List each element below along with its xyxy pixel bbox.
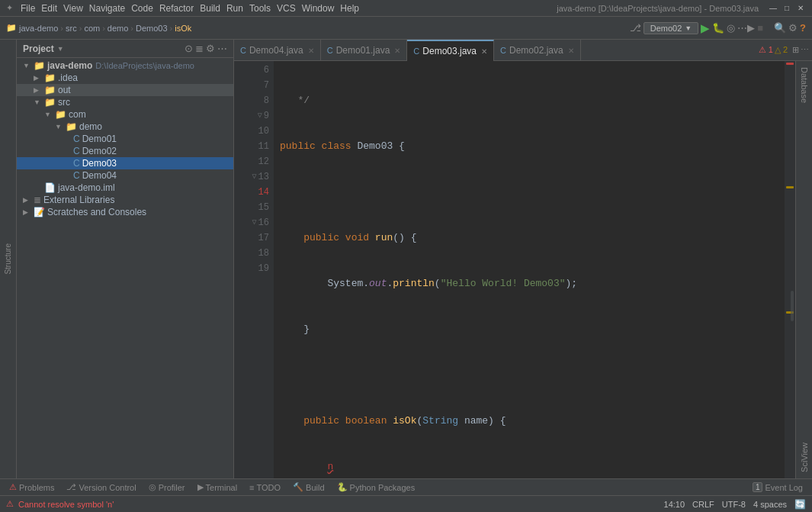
tab-demo04[interactable]: C Demo04.java ✕ bbox=[234, 40, 321, 61]
menu-file[interactable]: File bbox=[18, 3, 38, 14]
python-label: Python Packages bbox=[350, 483, 416, 492]
profiler-tab[interactable]: ◎ Profiler bbox=[143, 481, 191, 494]
todo-label: TODO bbox=[257, 483, 281, 492]
problems-icon: ⚠ bbox=[9, 482, 17, 492]
menu-vcs[interactable]: VCS bbox=[274, 3, 299, 14]
search-everywhere-button[interactable]: 🔍 bbox=[774, 22, 786, 34]
warning-count-badge[interactable]: △ 2 bbox=[775, 45, 788, 55]
menu-navigate[interactable]: Navigate bbox=[86, 3, 128, 14]
tab-demo01[interactable]: C Demo01.java ✕ bbox=[321, 40, 408, 61]
tree-item-idea[interactable]: ▶ 📁 .idea bbox=[17, 72, 233, 84]
code-editor[interactable]: */ public class Demo03 { public void run… bbox=[274, 61, 785, 478]
vcs-tab-label: Version Control bbox=[79, 483, 136, 492]
tab-demo02[interactable]: C Demo02.java ✕ bbox=[494, 40, 581, 61]
bc-com[interactable]: com bbox=[84, 24, 100, 33]
more-tabs-icon[interactable]: ⋯ bbox=[801, 45, 809, 55]
tree-item-java-demo[interactable]: ▼ 📁 java-demo D:\IdeaProjects\java-demo bbox=[17, 60, 233, 72]
demo02-tab-close[interactable]: ✕ bbox=[568, 47, 574, 55]
version-control-tab[interactable]: ⎇ Version Control bbox=[60, 481, 142, 494]
close-button[interactable]: ✕ bbox=[795, 3, 806, 14]
vcs-icon[interactable]: ⎇ bbox=[630, 22, 641, 34]
tree-item-scratches[interactable]: ▶ 📝 Scratches and Consoles bbox=[17, 206, 233, 218]
cursor-position[interactable]: 14:10 bbox=[664, 500, 685, 509]
line-num-12: 12 bbox=[258, 154, 269, 169]
menu-view[interactable]: View bbox=[60, 3, 86, 14]
demo03-tab-close[interactable]: ✕ bbox=[481, 47, 487, 56]
database-panel-label[interactable]: Database bbox=[800, 67, 809, 103]
tree-item-src[interactable]: ▼ 📁 src bbox=[17, 96, 233, 108]
src-folder-icon: 📁 bbox=[44, 97, 56, 108]
status-bar: ⚠ Cannot resolve symbol 'n' 14:10 CRLF U… bbox=[0, 495, 812, 512]
file-encoding[interactable]: UTF-8 bbox=[722, 500, 746, 509]
maximize-button[interactable]: □ bbox=[782, 3, 792, 14]
line-num-15: 15 bbox=[258, 200, 269, 215]
menu-refactor[interactable]: Refactor bbox=[156, 3, 197, 14]
stop-button[interactable]: ■ bbox=[757, 22, 763, 34]
problems-tab[interactable]: ⚠ Problems bbox=[3, 481, 60, 494]
tree-item-demo04[interactable]: C Demo04 bbox=[17, 169, 233, 182]
tree-item-iml[interactable]: 📄 java-demo.iml bbox=[17, 182, 233, 194]
run-button[interactable]: ▶ bbox=[701, 21, 710, 35]
event-log-label: Event Log bbox=[765, 483, 803, 492]
menu-help[interactable]: Help bbox=[337, 3, 362, 14]
run-config-label: Demo02 bbox=[650, 24, 682, 33]
debug-button[interactable]: 🐛 bbox=[712, 22, 724, 34]
git-sync-icon[interactable]: 🔄 bbox=[794, 499, 806, 510]
fold-icon-13[interactable]: ▽ bbox=[252, 169, 257, 185]
menu-run[interactable]: Run bbox=[223, 3, 246, 14]
project-dropdown-icon[interactable]: ▼ bbox=[57, 45, 64, 53]
tree-arrow-demo: ▼ bbox=[55, 123, 66, 130]
coverage-button[interactable]: ◎ bbox=[727, 22, 735, 34]
error-count-badge[interactable]: ⚠ 1 bbox=[759, 45, 773, 55]
fold-expand-icon[interactable]: ⊞ bbox=[792, 45, 799, 55]
locate-file-icon[interactable]: ⊙ bbox=[185, 43, 193, 54]
demo03-tab-label: Demo03.java bbox=[422, 46, 477, 56]
tree-item-out[interactable]: ▶ 📁 out bbox=[17, 84, 233, 96]
demo01-tab-label: Demo01.java bbox=[336, 45, 390, 56]
terminal-label: Terminal bbox=[206, 483, 238, 492]
fold-icon-9[interactable]: ▽ bbox=[258, 108, 262, 124]
settings-button[interactable]: ⚙ bbox=[788, 22, 798, 34]
structure-label[interactable]: Structure bbox=[4, 243, 12, 275]
more-run-button[interactable]: ⋯▶ bbox=[737, 22, 755, 34]
bc-isok[interactable]: isOk bbox=[175, 24, 191, 33]
tab-demo03[interactable]: C Demo03.java ✕ bbox=[407, 40, 494, 61]
title-text: java-demo [D:\IdeaProjects\java-demo] - … bbox=[557, 4, 759, 13]
line-ending[interactable]: CRLF bbox=[692, 500, 714, 509]
tree-item-libraries[interactable]: ▶ ≣ External Libraries bbox=[17, 194, 233, 206]
demo01-tab-close[interactable]: ✕ bbox=[394, 47, 400, 55]
bc-demo[interactable]: demo bbox=[108, 24, 129, 33]
bc-src[interactable]: src bbox=[66, 24, 77, 33]
build-tab[interactable]: 🔨 Build bbox=[287, 481, 330, 494]
terminal-tab[interactable]: ▶ Terminal bbox=[191, 481, 244, 494]
demo04-tab-close[interactable]: ✕ bbox=[308, 47, 314, 55]
minimize-button[interactable]: — bbox=[768, 3, 778, 14]
tree-item-com[interactable]: ▼ 📁 com bbox=[17, 108, 233, 121]
menu-edit[interactable]: Edit bbox=[38, 3, 60, 14]
tree-arrow-src: ▼ bbox=[34, 98, 44, 106]
project-settings-icon[interactable]: ⚙ bbox=[206, 43, 215, 54]
todo-tab[interactable]: ≡ TODO bbox=[243, 481, 287, 494]
menu-tools[interactable]: Tools bbox=[246, 3, 274, 14]
menu-window[interactable]: Window bbox=[299, 3, 338, 14]
tree-label-com: com bbox=[69, 109, 86, 120]
bc-java-demo[interactable]: java-demo bbox=[19, 24, 58, 33]
tree-item-demo[interactable]: ▼ 📁 demo bbox=[17, 121, 233, 133]
menu-build[interactable]: Build bbox=[197, 3, 223, 14]
scrollbar-thumb[interactable] bbox=[791, 291, 794, 321]
python-packages-tab[interactable]: 🐍 Python Packages bbox=[331, 481, 422, 494]
tree-item-demo02[interactable]: C Demo02 bbox=[17, 145, 233, 157]
sciview-panel-label[interactable]: SciView bbox=[800, 443, 809, 472]
more-options-icon[interactable]: ⋯ bbox=[217, 43, 227, 54]
bc-demo03[interactable]: Demo03 bbox=[136, 24, 168, 33]
tree-item-demo03[interactable]: C Demo03 bbox=[17, 157, 233, 169]
tree-item-demo01[interactable]: C Demo01 bbox=[17, 133, 233, 145]
menu-code[interactable]: Code bbox=[128, 3, 156, 14]
help-button[interactable]: ? bbox=[800, 22, 806, 34]
fold-icon-16[interactable]: ▽ bbox=[252, 215, 257, 230]
event-log-tab[interactable]: 1 Event Log bbox=[746, 481, 809, 494]
run-config-dropdown[interactable]: Demo02 ▼ bbox=[644, 22, 699, 34]
collapse-all-icon[interactable]: ≣ bbox=[195, 43, 204, 54]
indent-setting[interactable]: 4 spaces bbox=[753, 500, 787, 509]
bottom-toolbar-right: 1 Event Log bbox=[746, 481, 809, 494]
